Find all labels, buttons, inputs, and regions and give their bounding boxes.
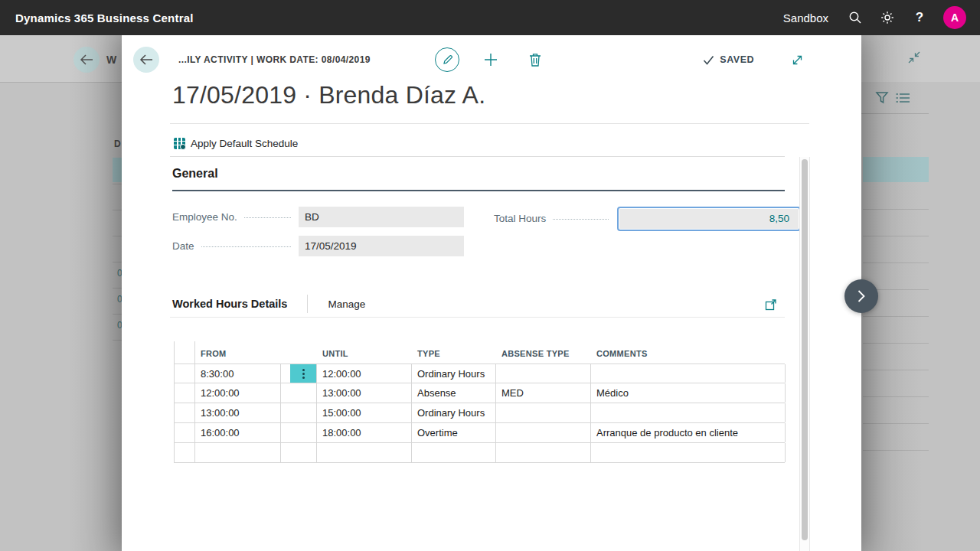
expand-diagonal-icon <box>791 54 804 67</box>
delete-button[interactable] <box>521 46 549 73</box>
table-row: 12:00:00 13:00:00 Absense MED Médico <box>175 383 785 403</box>
cell-comments[interactable] <box>591 443 786 462</box>
next-record-button[interactable] <box>844 279 878 313</box>
page-title: 17/05/2019 · Brenda Díaz A. <box>172 81 485 109</box>
edit-button[interactable] <box>433 46 461 73</box>
date-label: Date <box>172 240 194 252</box>
cell-from[interactable] <box>195 443 281 462</box>
column-header-absense-type[interactable]: ABSENSE TYPE <box>496 341 591 364</box>
apply-default-schedule-button[interactable]: Apply Default Schedule <box>174 130 298 156</box>
back-arrow-icon <box>139 54 153 65</box>
general-section-heading[interactable]: General <box>172 167 218 181</box>
cell-type[interactable]: Ordinary Hours <box>412 403 496 422</box>
table-row: 8:30:00 12:00:00 Ordinary Hours <box>175 364 785 383</box>
cell-type[interactable]: Ordinary Hours <box>412 364 496 383</box>
cell-until[interactable]: 13:00:00 <box>317 383 412 403</box>
cell-type[interactable]: Overtime <box>412 423 496 442</box>
expand-dialog-button[interactable] <box>783 46 811 73</box>
column-header-comments[interactable]: COMMENTS <box>591 341 786 364</box>
cell-absense-type[interactable] <box>496 364 591 383</box>
page-caption: ...ILY ACTIVITY | WORK DATE: 08/04/2019 <box>178 35 371 84</box>
row-selector-cell[interactable] <box>175 423 195 442</box>
worked-hours-table: FROM UNTIL TYPE ABSENSE TYPE COMMENTS 8:… <box>174 341 785 463</box>
chevron-right-icon <box>857 289 866 303</box>
date-field-row: Date 17/05/2019 <box>172 236 586 256</box>
background-page-right <box>861 35 980 551</box>
cell-type[interactable]: Absense <box>412 383 496 403</box>
column-header-from[interactable]: FROM <box>195 341 281 364</box>
cell-until[interactable]: 15:00:00 <box>317 403 412 422</box>
cell-spacer <box>281 403 317 422</box>
cell-spacer <box>281 364 317 383</box>
table-row: 13:00:00 15:00:00 Ordinary Hours <box>175 403 785 423</box>
vertical-dots-icon <box>302 373 305 375</box>
total-hours-label: Total Hours <box>494 213 546 224</box>
cell-until[interactable]: 18:00:00 <box>317 423 412 442</box>
divider <box>170 317 785 318</box>
cell-type[interactable] <box>412 443 496 462</box>
table-row: 16:00:00 18:00:00 Overtime Arranque de p… <box>175 423 785 443</box>
row-selector-cell[interactable] <box>175 443 195 462</box>
background-page-left: W D 0 0 0 <box>0 35 122 551</box>
cell-from[interactable]: 8:30:00 <box>195 364 281 383</box>
cell-comments[interactable] <box>591 364 786 383</box>
cell-absense-type[interactable] <box>496 443 591 462</box>
apply-default-schedule-label: Apply Default Schedule <box>191 138 298 149</box>
column-header-type[interactable]: TYPE <box>412 341 496 364</box>
table-row <box>175 443 785 463</box>
new-record-button[interactable] <box>477 46 505 73</box>
popout-icon <box>765 298 777 311</box>
row-selector-cell[interactable] <box>175 364 195 383</box>
total-hours-focused-field[interactable]: 8,50 <box>617 207 801 231</box>
cell-absense-type[interactable] <box>496 403 591 422</box>
column-header-until[interactable]: UNTIL <box>317 341 412 364</box>
settings-button[interactable] <box>871 0 903 35</box>
daily-activity-card-dialog: ...ILY ACTIVITY | WORK DATE: 08/04/2019 … <box>122 35 861 551</box>
plus-icon <box>484 53 498 67</box>
cell-until[interactable]: 12:00:00 <box>317 364 412 383</box>
cell-context-menu-button[interactable] <box>290 364 316 383</box>
avatar[interactable]: A <box>943 6 966 29</box>
search-icon <box>848 11 862 24</box>
environment-badge[interactable]: Sandbox <box>783 11 828 24</box>
vertical-scrollbar[interactable] <box>799 157 810 551</box>
app-title[interactable]: Dynamics 365 Business Central <box>15 11 194 24</box>
employee-no-input[interactable]: BD <box>299 207 464 227</box>
pencil-icon <box>435 47 459 72</box>
cell-comments[interactable]: Arranque de producto en cliente <box>591 423 786 442</box>
cell-from[interactable]: 16:00:00 <box>195 423 281 442</box>
cell-absense-type[interactable]: MED <box>496 383 591 403</box>
cell-from[interactable]: 13:00:00 <box>195 403 281 422</box>
cell-until[interactable] <box>317 443 412 462</box>
cell-spacer <box>281 383 317 403</box>
divider <box>170 156 785 157</box>
focus-mode-button[interactable] <box>759 292 783 317</box>
worked-hours-part-header: Worked Hours Details Manage <box>172 295 365 313</box>
help-button[interactable]: ? <box>903 0 936 35</box>
divider <box>170 123 809 124</box>
total-hours-label-row: Total Hours <box>494 207 616 230</box>
worked-hours-heading[interactable]: Worked Hours Details <box>172 298 287 310</box>
scrollbar-thumb[interactable] <box>802 159 808 540</box>
trash-icon <box>529 53 541 67</box>
cell-absense-type[interactable] <box>496 423 591 442</box>
search-button[interactable] <box>839 0 871 35</box>
save-status-label: SAVED <box>720 54 754 65</box>
dialog-back-button[interactable] <box>133 47 159 73</box>
table-header-row: FROM UNTIL TYPE ABSENSE TYPE COMMENTS <box>175 341 785 364</box>
date-input[interactable]: 17/05/2019 <box>299 236 464 256</box>
top-navigation-bar: Dynamics 365 Business Central Sandbox ? … <box>0 0 980 35</box>
cell-spacer <box>281 443 317 462</box>
manage-menu-button[interactable]: Manage <box>328 298 365 310</box>
save-status: SAVED <box>703 35 754 84</box>
cell-comments[interactable]: Médico <box>591 383 786 403</box>
row-selector-header[interactable] <box>175 341 195 364</box>
section-underline <box>172 190 785 191</box>
cell-spacer <box>281 423 317 442</box>
row-selector-cell[interactable] <box>175 383 195 403</box>
column-header-spacer <box>281 341 317 364</box>
cell-comments[interactable] <box>591 403 786 422</box>
cell-from[interactable]: 12:00:00 <box>195 383 281 403</box>
row-selector-cell[interactable] <box>175 403 195 422</box>
total-hours-input[interactable]: 8,50 <box>619 209 799 229</box>
